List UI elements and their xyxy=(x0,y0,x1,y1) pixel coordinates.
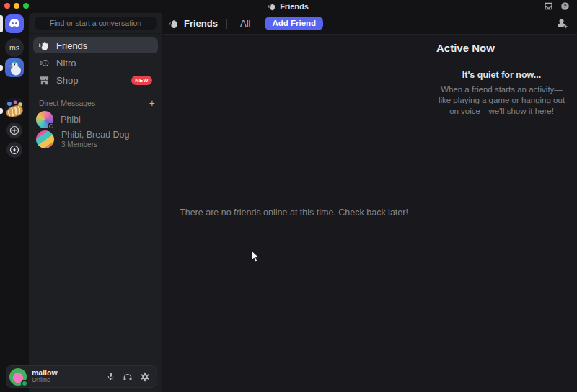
server-bird[interactable] xyxy=(5,58,24,77)
nav-item-friends[interactable]: Friends xyxy=(33,37,158,53)
wave-hand-icon xyxy=(169,19,179,29)
search-conversation-button[interactable]: Find or start a conversation xyxy=(35,17,157,30)
sidebar-nav: Friends Nitro Shop NEW xyxy=(29,34,162,88)
server-ms-label: ms xyxy=(9,43,19,52)
nav-item-nitro[interactable]: Nitro xyxy=(33,55,158,71)
active-now-title: Active Now xyxy=(436,42,567,54)
unread-pill xyxy=(0,65,3,71)
nav-item-shop[interactable]: Shop NEW xyxy=(33,72,158,88)
add-friend-button[interactable]: Add Friend xyxy=(265,17,323,30)
tab-all[interactable]: All xyxy=(236,17,255,30)
friends-header-title: Friends xyxy=(167,18,218,29)
user-panel[interactable]: mallow Online xyxy=(6,365,157,388)
nitro-icon xyxy=(39,58,50,68)
header-divider xyxy=(226,19,227,29)
wave-hand-icon xyxy=(39,40,50,51)
create-dm-icon[interactable]: + xyxy=(149,98,155,108)
quiet-body: When a friend starts an activity—like pl… xyxy=(436,84,567,117)
search-placeholder: Find or start a conversation xyxy=(50,19,141,27)
discord-window: Friends ? ms xyxy=(0,0,577,392)
settings-gear-icon[interactable] xyxy=(139,371,151,383)
server-bread[interactable] xyxy=(5,102,24,120)
svg-text:?: ? xyxy=(563,3,567,9)
discord-logo-icon xyxy=(8,19,21,29)
microphone-icon[interactable] xyxy=(105,371,116,383)
window-title: Friends xyxy=(0,0,577,13)
discord-home-button[interactable] xyxy=(5,14,24,33)
server-ms[interactable]: ms xyxy=(5,38,24,57)
online-status-badge xyxy=(21,380,28,387)
offline-status-badge xyxy=(48,122,55,130)
help-icon[interactable]: ? xyxy=(560,1,570,11)
avatar[interactable] xyxy=(9,368,27,386)
avatar xyxy=(36,111,53,128)
friends-header: Friends All Add Friend xyxy=(162,13,577,35)
user-status: Online xyxy=(32,377,100,384)
inbox-icon[interactable] xyxy=(544,1,553,11)
new-badge: NEW xyxy=(131,76,152,85)
add-server-button[interactable] xyxy=(6,122,22,138)
nav-label: Shop xyxy=(56,75,78,86)
dm-item-group[interactable]: Phibi, Bread Dog 3 Members xyxy=(29,129,162,149)
friends-online-panel: There are no friends online at this time… xyxy=(162,35,426,392)
bread-artwork xyxy=(4,103,24,119)
shop-icon xyxy=(39,75,50,86)
unread-pill xyxy=(0,108,3,114)
nav-label: Nitro xyxy=(56,58,76,68)
dm-sidebar: Find or start a conversation Friends Nit… xyxy=(29,13,162,392)
sidebar-header: Find or start a conversation xyxy=(29,13,162,34)
dm-member-count: 3 Members xyxy=(61,141,130,148)
titlebar: Friends ? xyxy=(0,0,577,13)
dm-header-label[interactable]: Direct Messages xyxy=(39,99,149,107)
wave-hand-icon xyxy=(268,3,276,11)
explore-servers-button[interactable] xyxy=(6,142,22,158)
empty-state-text: There are no friends online at this time… xyxy=(162,208,426,218)
new-group-dm-icon[interactable] xyxy=(556,17,568,30)
dm-header: Direct Messages + xyxy=(29,98,162,108)
dm-name: Phibi xyxy=(61,115,81,125)
dm-item-phibi[interactable]: Phibi xyxy=(29,110,162,129)
server-rail: ms xyxy=(0,13,29,392)
plus-circle-icon xyxy=(9,125,19,135)
bird-artwork xyxy=(5,58,24,77)
user-meta: mallow Online xyxy=(32,369,100,384)
compass-icon xyxy=(9,145,19,155)
dm-name: Phibi, Bread Dog xyxy=(61,130,130,140)
content-column: Friends All Add Friend There are no frie… xyxy=(162,13,577,392)
home-selected-pill xyxy=(0,15,3,32)
nav-label: Friends xyxy=(56,40,87,51)
active-now-empty: It's quiet for now... When a friend star… xyxy=(436,70,567,117)
avatar xyxy=(36,130,54,148)
headphones-icon[interactable] xyxy=(122,371,133,383)
quiet-title: It's quiet for now... xyxy=(436,70,567,80)
active-now-panel: Active Now It's quiet for now... When a … xyxy=(426,35,577,392)
